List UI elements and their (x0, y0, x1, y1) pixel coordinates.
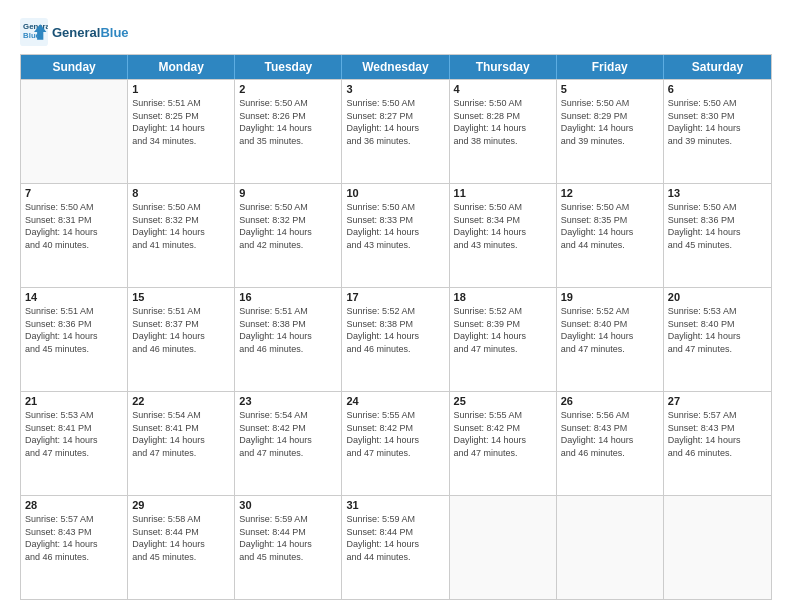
calendar-cell: 14Sunrise: 5:51 AMSunset: 8:36 PMDayligh… (21, 288, 128, 391)
cell-info-line: Sunset: 8:43 PM (25, 526, 123, 539)
calendar-row-2: 14Sunrise: 5:51 AMSunset: 8:36 PMDayligh… (21, 287, 771, 391)
cell-info-line: Sunrise: 5:50 AM (25, 201, 123, 214)
cell-info-line: Daylight: 14 hours (454, 434, 552, 447)
day-number: 21 (25, 395, 123, 407)
cell-info-line: and 46 minutes. (346, 343, 444, 356)
cell-info-line: Daylight: 14 hours (561, 330, 659, 343)
cell-info-line: Daylight: 14 hours (132, 538, 230, 551)
cell-info-line: Sunrise: 5:59 AM (346, 513, 444, 526)
cell-info-line: Sunrise: 5:53 AM (668, 305, 767, 318)
calendar-cell: 10Sunrise: 5:50 AMSunset: 8:33 PMDayligh… (342, 184, 449, 287)
cell-info-line: Sunrise: 5:54 AM (132, 409, 230, 422)
cell-info-line: and 47 minutes. (454, 447, 552, 460)
cell-info-line: Sunrise: 5:51 AM (25, 305, 123, 318)
cell-info-line: Daylight: 14 hours (561, 122, 659, 135)
cell-info-line: and 45 minutes. (132, 551, 230, 564)
cell-info-line: and 40 minutes. (25, 239, 123, 252)
cell-info-line: Daylight: 14 hours (239, 434, 337, 447)
calendar-cell: 8Sunrise: 5:50 AMSunset: 8:32 PMDaylight… (128, 184, 235, 287)
cell-info-line: Daylight: 14 hours (668, 434, 767, 447)
calendar-cell: 12Sunrise: 5:50 AMSunset: 8:35 PMDayligh… (557, 184, 664, 287)
cell-info-line: and 47 minutes. (668, 343, 767, 356)
calendar-row-1: 7Sunrise: 5:50 AMSunset: 8:31 PMDaylight… (21, 183, 771, 287)
cell-info-line: Daylight: 14 hours (132, 434, 230, 447)
calendar-cell: 15Sunrise: 5:51 AMSunset: 8:37 PMDayligh… (128, 288, 235, 391)
cell-info-line: and 45 minutes. (668, 239, 767, 252)
cell-info-line: Sunrise: 5:59 AM (239, 513, 337, 526)
cell-info-line: Sunset: 8:25 PM (132, 110, 230, 123)
cell-info-line: and 47 minutes. (25, 447, 123, 460)
day-number: 23 (239, 395, 337, 407)
cell-info-line: Daylight: 14 hours (346, 226, 444, 239)
cell-info-line: and 46 minutes. (132, 343, 230, 356)
cell-info-line: Sunset: 8:32 PM (239, 214, 337, 227)
cell-info-line: and 43 minutes. (454, 239, 552, 252)
header-day-monday: Monday (128, 55, 235, 79)
header-day-thursday: Thursday (450, 55, 557, 79)
cell-info-line: Sunrise: 5:58 AM (132, 513, 230, 526)
calendar-cell: 4Sunrise: 5:50 AMSunset: 8:28 PMDaylight… (450, 80, 557, 183)
cell-info-line: and 47 minutes. (132, 447, 230, 460)
calendar-cell: 16Sunrise: 5:51 AMSunset: 8:38 PMDayligh… (235, 288, 342, 391)
cell-info-line: Sunrise: 5:50 AM (346, 97, 444, 110)
calendar-row-4: 28Sunrise: 5:57 AMSunset: 8:43 PMDayligh… (21, 495, 771, 599)
cell-info-line: Sunset: 8:36 PM (25, 318, 123, 331)
day-number: 9 (239, 187, 337, 199)
cell-info-line: Daylight: 14 hours (668, 226, 767, 239)
cell-info-line: Sunset: 8:42 PM (454, 422, 552, 435)
cell-info-line: Sunrise: 5:50 AM (239, 97, 337, 110)
cell-info-line: Sunset: 8:38 PM (346, 318, 444, 331)
header-day-wednesday: Wednesday (342, 55, 449, 79)
day-number: 15 (132, 291, 230, 303)
day-number: 25 (454, 395, 552, 407)
cell-info-line: and 44 minutes. (346, 551, 444, 564)
cell-info-line: Sunset: 8:44 PM (132, 526, 230, 539)
cell-info-line: Sunrise: 5:50 AM (239, 201, 337, 214)
cell-info-line: Daylight: 14 hours (25, 434, 123, 447)
calendar-cell: 5Sunrise: 5:50 AMSunset: 8:29 PMDaylight… (557, 80, 664, 183)
cell-info-line: Daylight: 14 hours (239, 330, 337, 343)
cell-info-line: Sunrise: 5:50 AM (454, 97, 552, 110)
day-number: 31 (346, 499, 444, 511)
cell-info-line: Sunrise: 5:50 AM (561, 201, 659, 214)
cell-info-line: Sunset: 8:40 PM (561, 318, 659, 331)
day-number: 30 (239, 499, 337, 511)
cell-info-line: Daylight: 14 hours (346, 330, 444, 343)
calendar-row-3: 21Sunrise: 5:53 AMSunset: 8:41 PMDayligh… (21, 391, 771, 495)
logo-icon: General Blue (20, 18, 48, 46)
cell-info-line: Sunrise: 5:53 AM (25, 409, 123, 422)
cell-info-line: Daylight: 14 hours (25, 538, 123, 551)
cell-info-line: Sunrise: 5:55 AM (346, 409, 444, 422)
calendar-cell: 26Sunrise: 5:56 AMSunset: 8:43 PMDayligh… (557, 392, 664, 495)
calendar-cell: 7Sunrise: 5:50 AMSunset: 8:31 PMDaylight… (21, 184, 128, 287)
logo: General Blue GeneralBlue (20, 18, 129, 46)
cell-info-line: Sunset: 8:38 PM (239, 318, 337, 331)
day-number: 18 (454, 291, 552, 303)
cell-info-line: Sunrise: 5:50 AM (132, 201, 230, 214)
calendar-cell (557, 496, 664, 599)
calendar-cell (21, 80, 128, 183)
cell-info-line: Sunset: 8:41 PM (25, 422, 123, 435)
cell-info-line: and 46 minutes. (668, 447, 767, 460)
cell-info-line: Sunset: 8:41 PM (132, 422, 230, 435)
cell-info-line: and 45 minutes. (239, 551, 337, 564)
calendar-cell: 13Sunrise: 5:50 AMSunset: 8:36 PMDayligh… (664, 184, 771, 287)
day-number: 14 (25, 291, 123, 303)
cell-info-line: Sunrise: 5:50 AM (668, 97, 767, 110)
cell-info-line: Daylight: 14 hours (239, 122, 337, 135)
header-day-friday: Friday (557, 55, 664, 79)
calendar-cell: 30Sunrise: 5:59 AMSunset: 8:44 PMDayligh… (235, 496, 342, 599)
cell-info-line: Sunrise: 5:56 AM (561, 409, 659, 422)
cell-info-line: and 46 minutes. (25, 551, 123, 564)
calendar-cell: 28Sunrise: 5:57 AMSunset: 8:43 PMDayligh… (21, 496, 128, 599)
cell-info-line: and 34 minutes. (132, 135, 230, 148)
day-number: 24 (346, 395, 444, 407)
cell-info-line: Sunrise: 5:52 AM (561, 305, 659, 318)
calendar-cell: 24Sunrise: 5:55 AMSunset: 8:42 PMDayligh… (342, 392, 449, 495)
calendar-cell: 11Sunrise: 5:50 AMSunset: 8:34 PMDayligh… (450, 184, 557, 287)
cell-info-line: Sunrise: 5:55 AM (454, 409, 552, 422)
calendar-cell: 2Sunrise: 5:50 AMSunset: 8:26 PMDaylight… (235, 80, 342, 183)
day-number: 20 (668, 291, 767, 303)
day-number: 11 (454, 187, 552, 199)
cell-info-line: Sunset: 8:42 PM (239, 422, 337, 435)
